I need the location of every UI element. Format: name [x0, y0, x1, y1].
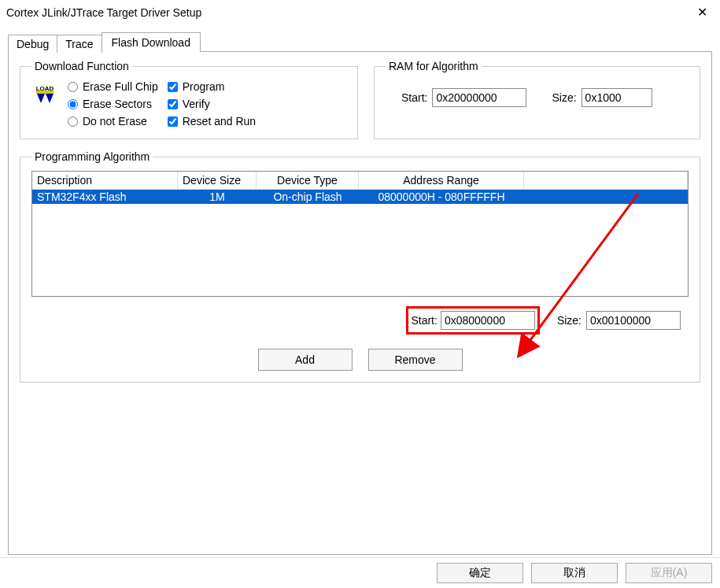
window-title: Cortex JLink/JTrace Target Driver Setup — [6, 6, 201, 19]
programming-algorithm-legend: Programming Algorithm — [31, 150, 153, 163]
add-button[interactable]: Add — [258, 349, 353, 371]
apply-button[interactable]: 应用(A) — [626, 563, 712, 583]
programming-algorithm-group: Programming Algorithm Description Device… — [20, 150, 700, 383]
check-program[interactable]: Program — [168, 80, 256, 93]
algorithm-table[interactable]: Description Device Size Device Type Addr… — [31, 171, 689, 297]
download-function-legend: Download Function — [31, 60, 132, 72]
close-icon[interactable]: ✕ — [692, 5, 712, 20]
col-device-type[interactable]: Device Type — [257, 172, 359, 189]
cell-device-type: On-chip Flash — [257, 190, 359, 204]
ram-start-input[interactable] — [432, 88, 526, 107]
prog-size-input[interactable] — [586, 311, 681, 330]
tab-strip: Debug Trace Flash Download — [8, 32, 712, 52]
check-reset-run[interactable]: Reset and Run — [168, 115, 256, 128]
table-row[interactable]: STM32F4xx Flash 1M On-chip Flash 0800000… — [32, 190, 688, 204]
highlight-box: Start: — [406, 306, 539, 335]
prog-size-label: Size: — [557, 314, 582, 327]
dialog-button-bar: 确定 取消 应用(A) — [0, 557, 720, 588]
remove-button[interactable]: Remove — [368, 349, 463, 371]
ram-start-label: Start: — [401, 91, 427, 104]
prog-start-label: Start: — [411, 314, 437, 327]
ram-size-input[interactable] — [582, 88, 652, 107]
cell-device-size: 1M — [178, 190, 257, 204]
tab-debug[interactable]: Debug — [8, 35, 57, 53]
prog-start-input[interactable] — [441, 311, 535, 330]
col-address-range[interactable]: Address Range — [359, 172, 524, 189]
cell-description: STM32F4xx Flash — [32, 190, 178, 204]
ram-algorithm-legend: RAM for Algorithm — [386, 60, 482, 72]
load-icon: LOAD — [31, 80, 58, 107]
col-description[interactable]: Description — [32, 172, 178, 189]
cancel-button[interactable]: 取消 — [531, 563, 618, 583]
radio-erase-full[interactable]: Erase Full Chip — [68, 80, 158, 93]
ram-algorithm-group: RAM for Algorithm Start: Size: — [374, 60, 700, 139]
col-spacer — [524, 172, 688, 189]
col-device-size[interactable]: Device Size — [178, 172, 257, 189]
radio-erase-sectors[interactable]: Erase Sectors — [68, 98, 158, 110]
download-function-group: Download Function LOAD Erase Full Chip E… — [20, 60, 358, 139]
tab-panel: Download Function LOAD Erase Full Chip E… — [8, 51, 712, 555]
radio-do-not-erase[interactable]: Do not Erase — [68, 115, 158, 128]
tab-flash-download[interactable]: Flash Download — [102, 32, 201, 52]
ram-size-label: Size: — [552, 91, 576, 104]
tab-trace[interactable]: Trace — [57, 35, 102, 53]
check-verify[interactable]: Verify — [168, 98, 256, 110]
cell-address-range: 08000000H - 080FFFFFH — [359, 190, 524, 204]
ok-button[interactable]: 确定 — [437, 563, 523, 583]
